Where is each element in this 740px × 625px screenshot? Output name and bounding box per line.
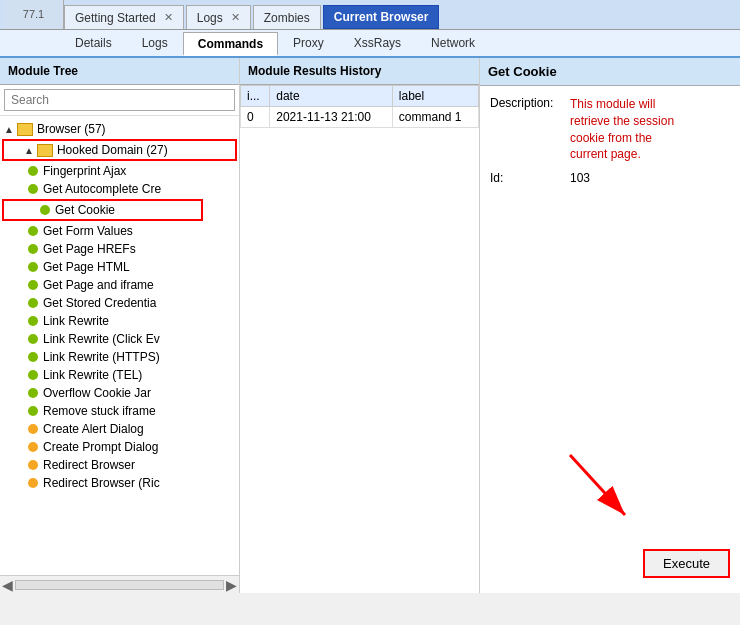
status-dot-orange bbox=[28, 478, 38, 488]
scroll-right-icon[interactable]: ▶ bbox=[226, 577, 237, 593]
status-dot-green bbox=[28, 406, 38, 416]
status-dot-green bbox=[28, 244, 38, 254]
second-tab-bar: Details Logs Commands Proxy XssRays Netw… bbox=[0, 30, 740, 58]
list-item[interactable]: Link Rewrite (HTTPS) bbox=[24, 348, 239, 366]
info-panel: Get Cookie Description: This module will… bbox=[480, 58, 740, 593]
ip-display: 77.1 bbox=[4, 0, 64, 29]
col-date: date bbox=[270, 86, 393, 107]
scroll-track[interactable] bbox=[15, 580, 224, 590]
status-dot-green bbox=[28, 226, 38, 236]
status-dot-green bbox=[28, 262, 38, 272]
item-label: Overflow Cookie Jar bbox=[43, 386, 151, 400]
svg-line-1 bbox=[570, 455, 625, 515]
list-item[interactable]: Create Prompt Dialog bbox=[24, 438, 239, 456]
list-item[interactable]: Overflow Cookie Jar bbox=[24, 384, 239, 402]
folder-label: Hooked Domain (27) bbox=[57, 143, 168, 157]
tab-zombies[interactable]: Zombies bbox=[253, 5, 321, 29]
item-label: Get Cookie bbox=[55, 203, 115, 217]
item-label: Redirect Browser (Ric bbox=[43, 476, 160, 490]
module-tree-header: Module Tree bbox=[0, 58, 239, 85]
list-item[interactable]: Get Page HREFs bbox=[24, 240, 239, 258]
status-dot-orange bbox=[28, 442, 38, 452]
list-item[interactable]: Redirect Browser (Ric bbox=[24, 474, 239, 492]
id-value: 103 bbox=[570, 171, 590, 185]
tab-xssrays[interactable]: XssRays bbox=[339, 31, 416, 55]
status-dot-orange bbox=[28, 424, 38, 434]
close-logs-icon[interactable]: ✕ bbox=[231, 11, 240, 24]
expand-icon: ▲ bbox=[4, 124, 14, 135]
cell-index: 0 bbox=[241, 107, 270, 128]
folder-label: Browser (57) bbox=[37, 122, 106, 136]
item-label: Link Rewrite bbox=[43, 314, 109, 328]
description-label: Description: bbox=[490, 96, 570, 163]
list-item[interactable]: Redirect Browser bbox=[24, 456, 239, 474]
horizontal-scrollbar[interactable]: ◀ ▶ bbox=[0, 575, 239, 593]
scroll-left-icon[interactable]: ◀ bbox=[2, 577, 13, 593]
tree-area: ▲ Browser (57) ▲ Hooked Domain (27) Fing… bbox=[0, 116, 239, 575]
tab-details[interactable]: Details bbox=[60, 31, 127, 55]
arrow-svg bbox=[560, 445, 650, 535]
status-dot-green bbox=[28, 316, 38, 326]
item-label: Create Alert Dialog bbox=[43, 422, 144, 436]
list-item[interactable]: Remove stuck iframe bbox=[24, 402, 239, 420]
item-label: Fingerprint Ajax bbox=[43, 164, 126, 178]
item-label: Get Page and iframe bbox=[43, 278, 154, 292]
list-item[interactable]: Link Rewrite bbox=[24, 312, 239, 330]
list-item[interactable]: Fingerprint Ajax bbox=[24, 162, 239, 180]
tab-network[interactable]: Network bbox=[416, 31, 490, 55]
list-item[interactable]: Link Rewrite (TEL) bbox=[24, 366, 239, 384]
list-item[interactable]: Get Autocomplete Cre bbox=[24, 180, 239, 198]
tab-proxy[interactable]: Proxy bbox=[278, 31, 339, 55]
module-tree-panel: Module Tree ▲ Browser (57) ▲ Hooked Doma… bbox=[0, 58, 240, 593]
id-row: Id: 103 bbox=[490, 171, 730, 185]
item-label: Create Prompt Dialog bbox=[43, 440, 158, 454]
item-label: Link Rewrite (Click Ev bbox=[43, 332, 160, 346]
list-item[interactable]: Get Stored Credentia bbox=[24, 294, 239, 312]
item-label: Get Autocomplete Cre bbox=[43, 182, 161, 196]
expand-icon: ▲ bbox=[24, 145, 34, 156]
tab-current-browser[interactable]: Current Browser bbox=[323, 5, 440, 29]
tree-item-get-cookie[interactable]: Get Cookie bbox=[4, 201, 201, 219]
id-label: Id: bbox=[490, 171, 570, 185]
item-label: Link Rewrite (TEL) bbox=[43, 368, 142, 382]
item-label: Get Stored Credentia bbox=[43, 296, 156, 310]
item-label: Get Page HREFs bbox=[43, 242, 136, 256]
results-panel: Module Results History i... date label 0… bbox=[240, 58, 480, 593]
tab-commands[interactable]: Commands bbox=[183, 32, 278, 56]
col-index: i... bbox=[241, 86, 270, 107]
results-table: i... date label 0 2021-11-13 21:00 comma… bbox=[240, 85, 479, 593]
item-label: Link Rewrite (HTTPS) bbox=[43, 350, 160, 364]
item-label: Get Form Values bbox=[43, 224, 133, 238]
tree-item-get-cookie-wrapper: Get Cookie bbox=[2, 199, 203, 221]
item-label: Get Page HTML bbox=[43, 260, 130, 274]
table-row[interactable]: 0 2021-11-13 21:00 command 1 bbox=[241, 107, 479, 128]
folder-icon bbox=[37, 144, 53, 157]
execute-button[interactable]: Execute bbox=[645, 551, 728, 576]
list-item[interactable]: Create Alert Dialog bbox=[24, 420, 239, 438]
search-input[interactable] bbox=[4, 89, 235, 111]
list-item[interactable]: Get Form Values bbox=[24, 222, 239, 240]
list-item[interactable]: Get Page HTML bbox=[24, 258, 239, 276]
close-getting-started-icon[interactable]: ✕ bbox=[164, 11, 173, 24]
results-header: Module Results History bbox=[240, 58, 479, 85]
list-item[interactable]: Get Page and iframe bbox=[24, 276, 239, 294]
tab-logs[interactable]: Logs bbox=[127, 31, 183, 55]
status-dot-green bbox=[28, 334, 38, 344]
status-dot-orange bbox=[28, 460, 38, 470]
tab-logs[interactable]: Logs ✕ bbox=[186, 5, 251, 29]
tree-folder-hooked-domain[interactable]: ▲ Hooked Domain (27) bbox=[4, 141, 235, 159]
search-box-container bbox=[0, 85, 239, 116]
get-cookie-header: Get Cookie bbox=[480, 58, 740, 86]
list-item[interactable]: Link Rewrite (Click Ev bbox=[24, 330, 239, 348]
tab-getting-started[interactable]: Getting Started ✕ bbox=[64, 5, 184, 29]
col-label: label bbox=[392, 86, 478, 107]
description-value: This module will retrieve the session co… bbox=[570, 96, 690, 163]
item-label: Remove stuck iframe bbox=[43, 404, 156, 418]
status-dot-green bbox=[28, 166, 38, 176]
item-label: Redirect Browser bbox=[43, 458, 135, 472]
tree-folder-browser[interactable]: ▲ Browser (57) bbox=[0, 120, 239, 138]
cell-label: command 1 bbox=[392, 107, 478, 128]
description-row: Description: This module will retrieve t… bbox=[490, 96, 730, 163]
status-dot-green bbox=[28, 298, 38, 308]
execute-button-wrapper: Execute bbox=[643, 549, 730, 578]
